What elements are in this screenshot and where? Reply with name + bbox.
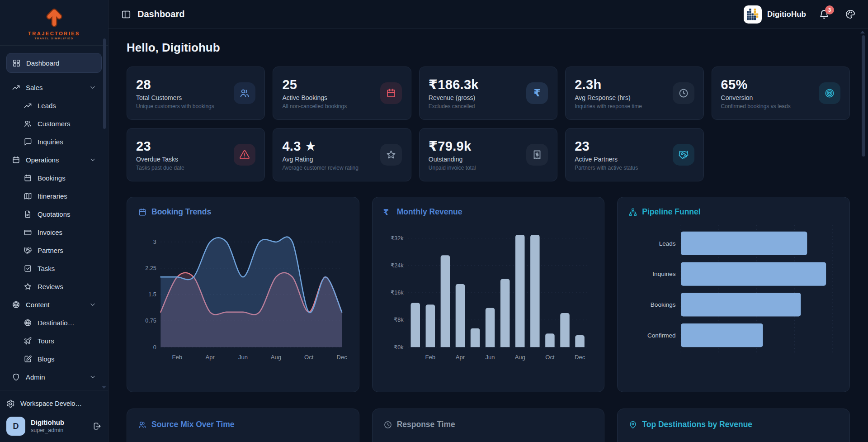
star-icon [380, 144, 402, 166]
sidebar-item-tours[interactable]: Tours [24, 332, 102, 350]
sidebar-scrollbar-thumb[interactable] [103, 38, 106, 129]
kpi-sublabel: All non-cancelled bookings [282, 103, 376, 109]
sidebar-nav: DashboardSalesLeadsCustomersInquiriesOpe… [0, 46, 108, 390]
sidebar-item-label: Itineraries [38, 192, 67, 200]
svg-text:Apr: Apr [205, 354, 215, 361]
sidebar-footer: Workspace Develo… D Digitiohub super_adm… [0, 390, 108, 442]
main-scrollbar-thumb[interactable] [862, 35, 865, 157]
panel-left-icon[interactable] [121, 10, 131, 19]
sidebar-item-tasks[interactable]: Tasks [24, 259, 102, 277]
chart-card-booking-trends: Booking Trends 00.751.52.253FebAprJunAug… [127, 197, 359, 392]
kpi-value: ₹79.9k [429, 138, 523, 154]
palette-icon[interactable] [845, 9, 855, 19]
svg-text:Aug: Aug [271, 354, 281, 361]
notification-badge: 3 [825, 5, 834, 14]
sidebar-item-invoices[interactable]: Invoices [24, 223, 102, 241]
sidebar-item-dashboard[interactable]: Dashboard [6, 53, 102, 73]
sidebar-item-sales[interactable]: Sales [6, 78, 102, 96]
dashboard-grid-icon [12, 59, 21, 67]
sidebar-item-partners[interactable]: Partners [24, 241, 102, 259]
gear-icon [6, 399, 15, 408]
svg-text:Bookings: Bookings [651, 301, 676, 308]
kpi-value: 28 [136, 77, 230, 92]
brand-pixel-grid [747, 9, 759, 20]
users-icon [234, 82, 255, 104]
sidebar-item-quotations[interactable]: Quotations [24, 205, 102, 223]
sidebar-item-blogs[interactable]: Blogs [24, 350, 102, 368]
svg-text:₹32k: ₹32k [391, 235, 404, 242]
sidebar-item-label: Sales [26, 84, 43, 91]
kpi-label: Active Partners [575, 156, 669, 163]
kpi-card-overdue-tasks: 23 Overdue Tasks Tasks past due date [127, 128, 265, 181]
sidebar-item-reviews[interactable]: Reviews [24, 277, 102, 295]
svg-text:₹24k: ₹24k [391, 262, 404, 269]
chart-card-response-time: Response Time [372, 409, 605, 442]
rupee-icon: ₹ [383, 208, 392, 217]
calendar-icon [24, 174, 32, 182]
chart-title: Booking Trends [151, 207, 211, 217]
app-root: TRAJECTORIES TRAVEL SIMPLIFIED Dashboard… [0, 0, 868, 442]
logout-icon[interactable] [93, 422, 102, 431]
svg-text:₹16k: ₹16k [391, 290, 404, 296]
svg-text:Feb: Feb [172, 354, 182, 361]
kpi-text: 23 Active Partners Partners with active … [575, 139, 669, 171]
kpi-sublabel: Inquiries with response time [575, 103, 669, 109]
sidebar-item-itineraries[interactable]: Itineraries [24, 187, 102, 205]
kpi-text: ₹186.3k Revenue (gross) Excludes cancell… [429, 77, 523, 109]
line-chart: 00.751.52.253FebAprJunAugOctDec [138, 219, 348, 371]
sidebar-item-label: Operations [26, 156, 59, 164]
sidebar-item-content[interactable]: Content [6, 295, 102, 314]
brand-name: DigitioHub [767, 10, 806, 19]
sidebar-item-admin[interactable]: Admin [6, 368, 102, 386]
chart-body: ₹0k₹8k₹16k₹24k₹32kFebAprJunAugOctDec [383, 219, 594, 373]
globe-icon [24, 318, 32, 327]
sidebar-item-label: Inquiries [38, 138, 63, 146]
kpi-value: 23 [136, 139, 230, 154]
sidebar-item-customers[interactable]: Customers [24, 114, 102, 133]
bar-chart: ₹0k₹8k₹16k₹24k₹32kFebAprJunAugOctDec [383, 219, 594, 371]
svg-text:1.5: 1.5 [148, 291, 156, 298]
kpi-text: 25 Active Bookings All non-cancelled boo… [282, 77, 376, 109]
sidebar-item-label: Partners [38, 247, 63, 254]
kpi-sublabel: Unpaid invoice total [429, 165, 523, 171]
chart-title-row: Response Time [383, 420, 594, 429]
svg-text:Aug: Aug [514, 354, 525, 361]
chart-card-pipeline-funnel: Pipeline Funnel LeadsInquiriesBookingsCo… [617, 197, 850, 392]
svg-text:Dec: Dec [575, 354, 585, 361]
user-card[interactable]: D Digitiohub super_admin [6, 417, 102, 436]
kpi-text: 4.3 ★ Avg Rating Average customer review… [282, 138, 376, 171]
sidebar-item-inquiries[interactable]: Inquiries [24, 133, 102, 151]
sidebar-scroll-down-arrow[interactable] [102, 386, 106, 389]
sidebar-item-workspace[interactable]: Workspace Develo… [6, 395, 102, 412]
bell-icon[interactable]: 3 [819, 9, 830, 20]
chart-title-row: Top Destinations by Revenue [628, 420, 839, 429]
logo-tagline: TRAVEL SIMPLIFIED [35, 37, 74, 40]
content-column: Dashboard DigitioHub 3 Hello, Digitiohub… [108, 0, 868, 442]
chart-title: Top Destinations by Revenue [642, 420, 752, 429]
sidebar-item-label: Quotations [38, 210, 71, 218]
credit-card-icon [24, 228, 32, 237]
kpi-label: Avg Rating [282, 156, 376, 163]
sidebar-item-bookings[interactable]: Bookings [24, 169, 102, 187]
kpi-label: Outstanding [429, 156, 523, 163]
sidebar-item-label: Leads [38, 102, 56, 109]
users-icon [24, 119, 32, 128]
chart-title-row: ₹ Monthly Revenue [383, 207, 594, 217]
page-title: Dashboard [137, 9, 184, 19]
sidebar-item-label: Dashboard [26, 59, 59, 67]
rupee-icon: ₹ [526, 82, 548, 104]
svg-text:Jun: Jun [238, 354, 248, 361]
sidebar-item-destinatio[interactable]: Destinatio… [24, 314, 102, 332]
kpi-sublabel: Average customer review rating [282, 165, 376, 171]
check-square-icon [24, 264, 32, 273]
calendar-icon [380, 82, 402, 104]
svg-text:Inquiries: Inquiries [653, 271, 676, 277]
sidebar-item-operations[interactable]: Operations [6, 151, 102, 169]
sub-list: BookingsItinerariesQuotationsInvoicesPar… [17, 169, 102, 295]
main-scroll-up-arrow[interactable] [860, 31, 865, 33]
kpi-value: 65% [721, 77, 815, 92]
message-icon [24, 138, 32, 146]
svg-text:0: 0 [153, 344, 156, 351]
kpi-sublabel: Tasks past due date [136, 165, 230, 171]
sidebar-item-leads[interactable]: Leads [24, 96, 102, 114]
